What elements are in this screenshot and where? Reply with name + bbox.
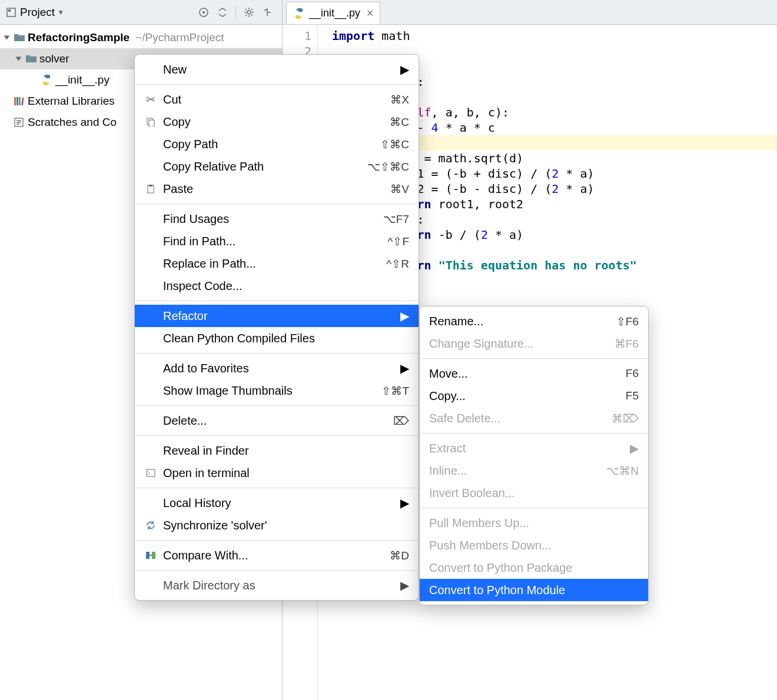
menu-local-history[interactable]: Local History▶ (135, 492, 419, 514)
svg-rect-13 (149, 185, 152, 186)
python-file-icon (293, 7, 306, 20)
editor-tab-init[interactable]: __init__.py ✕ (286, 2, 380, 24)
submenu-arrow-icon: ▶ (400, 309, 409, 323)
dropdown-arrow-icon: ▼ (57, 8, 64, 16)
menu-copy[interactable]: Copy⌘C (135, 111, 419, 133)
collapse-icon[interactable] (215, 5, 230, 19)
separator (420, 433, 648, 434)
submenu-arrow-icon: ▶ (400, 578, 409, 592)
svg-rect-1 (8, 9, 11, 12)
submenu-to-module[interactable]: Convert to Python Module (420, 579, 648, 601)
menu-find-usages[interactable]: Find Usages⌥F7 (135, 208, 419, 230)
hide-icon[interactable] (261, 5, 275, 19)
delete-shortcut-icon: ⌦ (393, 414, 409, 428)
svg-rect-15 (146, 552, 150, 559)
submenu-change-signature: Change Signature...⌘F6 (420, 332, 648, 355)
svg-rect-7 (19, 97, 21, 105)
close-icon[interactable]: ✕ (366, 8, 374, 19)
separator (420, 358, 648, 359)
library-icon (14, 96, 25, 106)
tree-root-label: RefactoringSample (28, 31, 130, 44)
tree-root[interactable]: RefactoringSample ~/PycharmProject (0, 27, 282, 48)
line-number: 1 (283, 28, 311, 44)
separator (135, 435, 419, 436)
separator (135, 540, 419, 541)
submenu-to-package: Convert to Python Package (420, 556, 648, 579)
svg-rect-8 (21, 98, 24, 105)
expand-icon[interactable] (4, 36, 10, 40)
menu-new[interactable]: New▶ (135, 58, 419, 81)
separator (135, 84, 419, 85)
menu-clean-python[interactable]: Clean Python Compiled Files (135, 327, 419, 349)
menu-cut[interactable]: ✂Cut⌘X (135, 88, 419, 111)
separator (135, 301, 419, 301)
svg-rect-6 (16, 97, 18, 105)
tree-label: __init__.py (55, 74, 109, 86)
submenu-move[interactable]: Move...F6 (420, 362, 648, 385)
menu-mark-directory[interactable]: Mark Directory as▶ (135, 574, 419, 596)
copy-icon (144, 117, 157, 126)
context-menu: New▶ ✂Cut⌘X Copy⌘C Copy Path⇧⌘C Copy Rel… (134, 54, 419, 601)
cut-icon: ✂ (144, 92, 157, 106)
diff-icon (144, 549, 157, 561)
tab-label: __init__.py (309, 7, 360, 19)
project-dropdown[interactable]: Project ▼ (5, 6, 64, 19)
submenu-arrow-icon: ▶ (400, 496, 409, 510)
submenu-push-down: Push Members Down... (420, 534, 648, 556)
menu-reveal-finder[interactable]: Reveal in Finder (135, 439, 419, 462)
menu-delete[interactable]: Delete...⌦ (135, 409, 419, 432)
paste-icon (144, 184, 157, 194)
folder-icon (25, 54, 37, 64)
terminal-icon (144, 469, 157, 477)
tree-root-path: ~/PycharmProject (135, 31, 224, 44)
separator (235, 6, 236, 18)
menu-find-in-path[interactable]: Find in Path...^⇧F (135, 230, 419, 252)
menu-paste[interactable]: Paste⌘V (135, 178, 419, 200)
submenu-rename[interactable]: Rename...⇧F6 (420, 310, 648, 332)
menu-show-thumbnails[interactable]: Show Image Thumbnails⇧⌘T (135, 379, 419, 402)
svg-rect-16 (152, 552, 155, 559)
submenu-arrow-icon: ▶ (400, 62, 409, 76)
separator (135, 353, 419, 354)
separator (135, 570, 419, 571)
svg-rect-14 (147, 469, 155, 476)
submenu-arrow-icon: ▶ (630, 441, 639, 455)
submenu-invert-boolean: Invert Boolean... (420, 482, 648, 504)
menu-copy-path[interactable]: Copy Path⇧⌘C (135, 133, 419, 155)
menu-copy-relative-path[interactable]: Copy Relative Path⌥⇧⌘C (135, 155, 419, 178)
menu-synchronize[interactable]: Synchronize 'solver' (135, 514, 419, 536)
menu-add-favorites[interactable]: Add to Favorites▶ (135, 357, 419, 379)
svg-point-4 (247, 11, 251, 14)
folder-icon (14, 33, 25, 42)
menu-compare-with[interactable]: Compare With...⌘D (135, 544, 419, 566)
sync-icon (144, 520, 157, 531)
menu-inspect-code[interactable]: Inspect Code... (135, 275, 419, 297)
svg-rect-11 (149, 120, 154, 126)
tree-label: Scratches and Co (28, 116, 117, 129)
tree-label: solver (39, 52, 69, 65)
python-file-icon (40, 74, 53, 86)
target-icon[interactable] (197, 5, 211, 19)
submenu-pull-up: Pull Members Up... (420, 512, 648, 534)
submenu-inline: Inline...⌥⌘N (420, 459, 648, 482)
project-toolbar: Project ▼ (0, 0, 283, 25)
menu-refactor[interactable]: Refactor▶ (135, 305, 419, 327)
refactor-submenu: Rename...⇧F6 Change Signature...⌘F6 Move… (419, 306, 649, 605)
project-label: Project (20, 6, 55, 19)
svg-rect-5 (14, 97, 16, 105)
separator (420, 508, 648, 508)
svg-point-3 (202, 11, 205, 14)
editor-tabbar: __init__.py ✕ (283, 0, 777, 25)
gear-icon[interactable] (242, 5, 256, 19)
menu-replace-in-path[interactable]: Replace in Path...^⇧R (135, 252, 419, 275)
submenu-copy[interactable]: Copy...F5 (420, 385, 648, 407)
separator (135, 488, 419, 488)
separator (135, 405, 419, 406)
menu-open-terminal[interactable]: Open in terminal (135, 462, 419, 484)
tree-label: External Libraries (28, 95, 115, 108)
separator (135, 204, 419, 204)
submenu-extract: Extract▶ (420, 437, 648, 459)
submenu-arrow-icon: ▶ (400, 361, 409, 375)
expand-icon[interactable] (16, 57, 22, 61)
submenu-safe-delete: Safe Delete...⌘⌦ (420, 407, 648, 429)
